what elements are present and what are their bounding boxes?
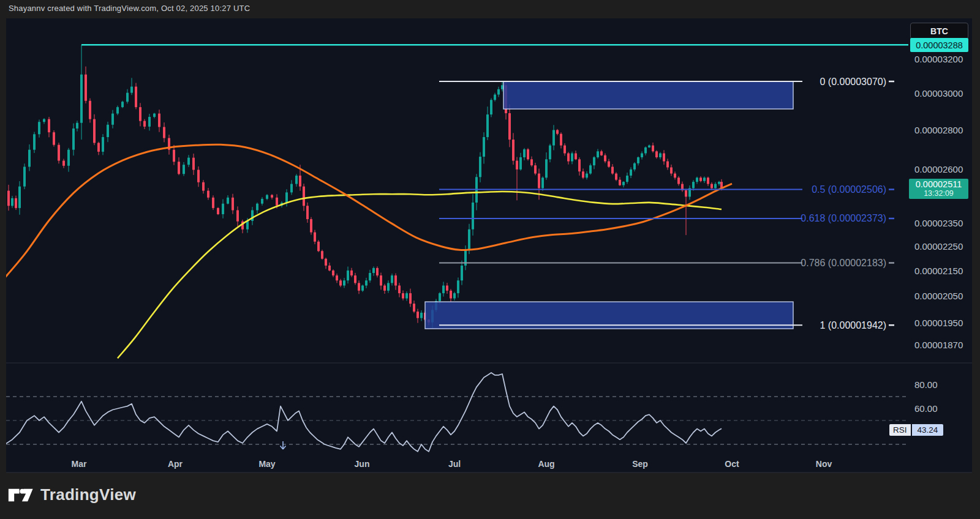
symbol-button[interactable]: BTC <box>910 23 968 39</box>
current-price-label: 0.00002511 13:32:09 <box>909 179 968 199</box>
line-price-label: 0.00003288 <box>910 38 968 52</box>
header-credit: Shayannv created with TradingView.com, O… <box>9 4 250 13</box>
rsi-value-chip: 43.24 <box>912 424 944 436</box>
tradingview-logo-text: TradingView <box>40 485 136 504</box>
tradingview-logo[interactable]: TradingView <box>8 485 136 504</box>
rsi-axis-label: RSI 43.24 <box>889 424 943 436</box>
current-price-value: 0.00002511 <box>916 180 962 190</box>
bar-countdown: 13:32:09 <box>924 190 954 198</box>
chart-widget[interactable] <box>6 18 972 472</box>
tradingview-snapshot: Shayannv created with TradingView.com, O… <box>0 0 980 519</box>
tradingview-logo-icon <box>8 486 35 504</box>
rsi-title-chip: RSI <box>889 424 911 436</box>
